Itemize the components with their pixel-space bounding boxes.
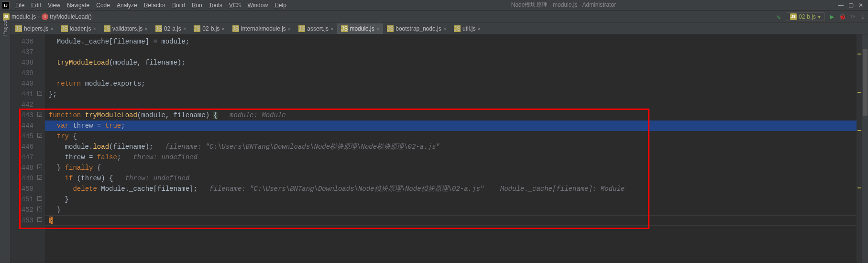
maximize-button[interactable]: ▢ [848, 2, 854, 9]
line-number[interactable]: 449⌄ [11, 173, 45, 184]
tab-module-js[interactable]: JSmodule.js× [337, 23, 383, 34]
close-icon[interactable]: × [376, 26, 379, 32]
vertical-scrollbar[interactable] [862, 34, 868, 263]
tab-internal-module-js[interactable]: JSinternal\module.js× [229, 23, 295, 34]
line-number[interactable]: 453⌃ [11, 215, 45, 226]
close-icon[interactable]: × [183, 26, 186, 32]
close-icon[interactable]: × [443, 26, 446, 32]
fold-icon[interactable]: ⌃ [37, 91, 42, 96]
fold-icon[interactable]: ⌄ [37, 133, 42, 138]
close-button[interactable]: ✕ [858, 2, 863, 9]
tab-label: 02-a.js [164, 25, 181, 32]
fold-icon[interactable]: ⌄ [37, 175, 42, 180]
code-line[interactable]: try { [45, 131, 857, 142]
menu-item-window[interactable]: Window [244, 1, 271, 10]
code-line[interactable]: } [45, 215, 857, 226]
tab-validators-js[interactable]: JSvalidators.js× [100, 23, 152, 34]
menu-item-vcs[interactable]: VCS [226, 1, 244, 10]
line-number[interactable]: 444 [11, 121, 45, 131]
line-number[interactable]: 447 [11, 152, 45, 163]
close-icon[interactable]: × [221, 26, 224, 32]
code-line[interactable]: module.load(filename); filename: "C:\Use… [45, 142, 857, 152]
minimize-button[interactable]: — [838, 2, 844, 9]
menu-item-file[interactable]: File [12, 1, 27, 10]
editor: 436437438439440441⌃442443⌄444445⌄4464474… [11, 34, 868, 263]
fold-icon[interactable]: ⌃ [37, 217, 42, 222]
code-line[interactable]: return module.exports; [45, 78, 857, 89]
debug-button[interactable]: 🐞 [839, 13, 846, 20]
menu-item-edit[interactable]: Edit [28, 1, 44, 10]
close-icon[interactable]: × [144, 26, 147, 32]
tab-assert-js[interactable]: JSassert.js× [295, 23, 337, 34]
code-line[interactable]: threw = false; threw: undefined [45, 152, 857, 163]
tab-02-a-js[interactable]: JS02-a.js× [152, 23, 190, 34]
code-area[interactable]: Module._cache[filename] = module; tryMod… [45, 34, 857, 263]
line-number[interactable]: 441⌃ [11, 89, 45, 99]
breadcrumb-method[interactable]: f tryModuleLoad() [42, 13, 91, 20]
line-number[interactable]: 448⌄ [11, 163, 45, 173]
menu-item-refactor[interactable]: Refactor [141, 1, 168, 10]
tab-bootstrap_node-js[interactable]: JSbootstrap_node.js× [383, 23, 450, 34]
code-line[interactable]: function tryModuleLoad(module, filename)… [45, 110, 857, 121]
project-tool-button[interactable]: Project [2, 29, 8, 37]
js-file-icon: JS [194, 25, 200, 32]
menu-item-code[interactable]: Code [93, 1, 113, 10]
fold-icon[interactable]: ⌄ [37, 112, 42, 117]
code-line[interactable] [45, 99, 857, 110]
error-stripe[interactable] [857, 34, 862, 263]
line-number[interactable]: 437 [11, 47, 45, 57]
line-number[interactable]: 436 [11, 36, 45, 47]
fold-icon[interactable]: ⌃ [37, 207, 42, 211]
tab-util-js[interactable]: JSutil.js× [450, 23, 484, 34]
close-icon[interactable]: × [330, 26, 333, 32]
menu-item-tools[interactable]: Tools [206, 1, 225, 10]
js-file-icon: JS [387, 25, 394, 32]
menu-item-run[interactable]: Run [189, 1, 205, 10]
code-line[interactable]: var threw = true; [45, 121, 857, 131]
close-icon[interactable]: × [477, 26, 480, 32]
menu-item-view[interactable]: View [45, 1, 63, 10]
breadcrumb-file[interactable]: module.js [11, 13, 36, 20]
code-line[interactable]: Module._cache[filename] = module; [45, 36, 857, 47]
close-icon[interactable]: × [93, 26, 96, 32]
code-line[interactable]: tryModuleLoad(module, filename); [45, 57, 857, 68]
update-button[interactable]: ⤓ [860, 13, 865, 20]
code-line[interactable]: if (threw) { threw: undefined [45, 173, 857, 184]
build-icon[interactable]: ⇘ [776, 13, 781, 20]
run-button[interactable]: ▶ [830, 13, 834, 20]
line-number[interactable]: 446 [11, 142, 45, 152]
js-file-icon: JS [61, 25, 68, 32]
code-line[interactable]: delete Module._cache[filename]; filename… [45, 184, 857, 194]
line-number[interactable]: 443⌄ [11, 110, 45, 121]
tab-02-b-js[interactable]: JS02-b.js× [190, 23, 228, 34]
fold-icon[interactable]: ⌄ [37, 164, 42, 169]
close-icon[interactable]: × [288, 26, 291, 32]
code-line[interactable]: } [45, 205, 857, 215]
toolbar-right: ⇘ JS 02-b.js ▾ ▶ 🐞 ⟳ ⤓ [776, 12, 865, 21]
line-number[interactable]: 440 [11, 78, 45, 89]
tab-helpers-js[interactable]: JShelpers.js× [11, 23, 57, 34]
menu-item-help[interactable]: Help [272, 1, 289, 10]
js-file-icon: JS [232, 25, 239, 32]
menu-item-navigate[interactable]: Navigate [64, 1, 92, 10]
code-line[interactable]: } finally { [45, 163, 857, 173]
fold-icon[interactable]: ⌃ [37, 196, 42, 201]
code-line[interactable] [45, 68, 857, 78]
line-number[interactable]: 452⌃ [11, 205, 45, 215]
line-number[interactable]: 450 [11, 184, 45, 194]
tab-loader-js[interactable]: JSloader.js× [57, 23, 100, 34]
code-line[interactable] [45, 47, 857, 57]
line-number[interactable]: 438 [11, 57, 45, 68]
run-config-selector[interactable]: JS 02-b.js ▾ [786, 12, 825, 21]
menu-item-build[interactable]: Build [169, 1, 188, 10]
code-line[interactable]: } [45, 194, 857, 205]
scrollbar-thumb[interactable] [863, 49, 868, 116]
close-icon[interactable]: × [50, 26, 53, 32]
code-line[interactable]: }; [45, 89, 857, 99]
menu-item-analyze[interactable]: Analyze [114, 1, 140, 10]
line-number[interactable]: 451⌃ [11, 194, 45, 205]
line-number[interactable]: 445⌄ [11, 131, 45, 142]
line-number[interactable]: 439 [11, 68, 45, 78]
coverage-button[interactable]: ⟳ [851, 13, 856, 20]
line-number[interactable]: 442 [11, 99, 45, 110]
